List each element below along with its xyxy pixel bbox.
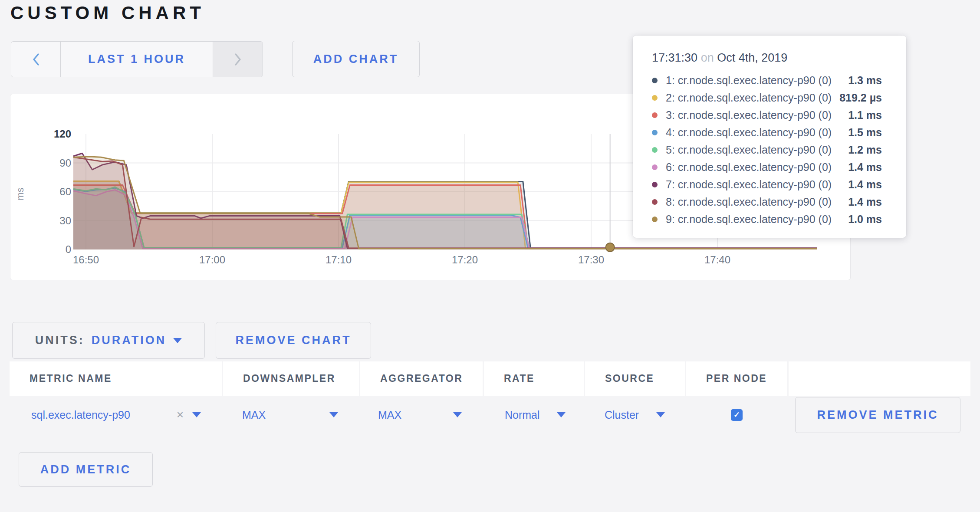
series-value: 1.1 ms xyxy=(848,109,882,121)
column-header-source: SOURCE xyxy=(585,361,685,396)
chevron-down-icon xyxy=(173,338,182,343)
series-label: 3: cr.node.sql.exec.latency-p90 (0) xyxy=(666,109,848,121)
units-dropdown[interactable]: UNITS: DURATION xyxy=(12,322,205,359)
series-value: 1.4 ms xyxy=(848,161,882,174)
page-title: CUSTOM CHART xyxy=(10,3,205,23)
chevron-left-icon xyxy=(33,53,39,66)
y-axis-unit-label: ms xyxy=(15,187,26,200)
chevron-down-icon xyxy=(656,412,665,417)
column-header-rate: RATE xyxy=(484,361,584,396)
clear-metric-x-icon[interactable]: × xyxy=(177,408,184,422)
column-header-per-node: PER NODE xyxy=(686,361,787,396)
x-axis-tick: 16:50 xyxy=(73,254,99,266)
tooltip-series-row: 9: cr.node.sql.exec.latency-p90 (0)1.0 m… xyxy=(652,210,882,228)
chart-hover-line xyxy=(606,134,615,252)
x-axis-tick: 17:10 xyxy=(326,254,352,266)
source-value: Cluster xyxy=(605,409,639,421)
aggregator-value: MAX xyxy=(378,409,401,421)
series-color-dot-icon xyxy=(652,112,658,118)
remove-metric-button[interactable]: REMOVE METRIC xyxy=(795,397,960,433)
x-axis-tick: 17:30 xyxy=(578,254,604,266)
series-color-dot-icon xyxy=(652,164,658,170)
series-label: 4: cr.node.sql.exec.latency-p90 (0) xyxy=(666,126,848,139)
downsampler-value: MAX xyxy=(242,409,266,421)
tooltip-series-row: 7: cr.node.sql.exec.latency-p90 (0)1.4 m… xyxy=(652,176,882,193)
column-header-downsampler: DOWNSAMPLER xyxy=(223,361,359,396)
tooltip-series-row: 3: cr.node.sql.exec.latency-p90 (0)1.1 m… xyxy=(652,106,882,124)
series-color-dot-icon xyxy=(652,182,658,187)
tooltip-series-list: 1: cr.node.sql.exec.latency-p90 (0)1.3 m… xyxy=(652,72,882,228)
column-header-aggregator: AGGREGATOR xyxy=(360,361,483,396)
x-axis-tick: 17:00 xyxy=(199,254,225,266)
chevron-down-icon xyxy=(557,412,566,417)
series-value: 819.2 µs xyxy=(839,92,882,104)
chevron-down-icon xyxy=(329,412,338,417)
tooltip-date: Oct 4th, 2019 xyxy=(717,51,787,64)
series-label: 2: cr.node.sql.exec.latency-p90 (0) xyxy=(666,92,839,104)
y-axis-tick: 0 xyxy=(66,243,71,255)
series-value: 1.0 ms xyxy=(848,213,882,226)
series-value: 1.4 ms xyxy=(848,196,882,208)
per-node-cell: ✓ xyxy=(686,396,787,434)
metric-row: sql.exec.latency-p90 × MAX MAX Normal Cl… xyxy=(10,396,970,434)
tooltip-series-row: 2: cr.node.sql.exec.latency-p90 (0)819.2… xyxy=(652,89,882,106)
time-range-next-button[interactable] xyxy=(213,42,263,77)
time-range-prev-button[interactable] xyxy=(11,42,60,77)
series-label: 5: cr.node.sql.exec.latency-p90 (0) xyxy=(666,144,848,156)
series-label: 1: cr.node.sql.exec.latency-p90 (0) xyxy=(666,74,848,87)
series-label: 6: cr.node.sql.exec.latency-p90 (0) xyxy=(666,161,848,174)
series-label: 9: cr.node.sql.exec.latency-p90 (0) xyxy=(666,213,848,226)
metric-name-value[interactable]: sql.exec.latency-p90 xyxy=(31,409,130,421)
remove-metric-cell: REMOVE METRIC xyxy=(789,396,970,434)
metric-name-cell: sql.exec.latency-p90 × xyxy=(10,396,222,434)
metrics-table: METRIC NAMEDOWNSAMPLERAGGREGATORRATESOUR… xyxy=(10,361,970,434)
per-node-checkbox[interactable]: ✓ xyxy=(731,409,743,421)
y-axis-tick: 90 xyxy=(59,157,71,169)
tooltip-series-row: 8: cr.node.sql.exec.latency-p90 (0)1.4 m… xyxy=(652,193,882,210)
series-color-dot-icon xyxy=(652,95,658,101)
series-color-dot-icon xyxy=(652,217,658,222)
tooltip-conjunction: on xyxy=(701,51,717,64)
metrics-table-header: METRIC NAMEDOWNSAMPLERAGGREGATORRATESOUR… xyxy=(10,361,970,396)
series-label: 8: cr.node.sql.exec.latency-p90 (0) xyxy=(666,196,848,208)
column-header-actions xyxy=(789,361,970,396)
aggregator-dropdown[interactable]: MAX xyxy=(360,396,483,434)
series-color-dot-icon xyxy=(652,147,658,153)
y-axis-tick: 120 xyxy=(54,128,71,140)
series-value: 1.4 ms xyxy=(848,178,882,191)
tooltip-time: 17:31:30 xyxy=(652,51,697,64)
tooltip-series-row: 4: cr.node.sql.exec.latency-p90 (0)1.5 m… xyxy=(652,124,882,141)
series-label: 7: cr.node.sql.exec.latency-p90 (0) xyxy=(666,178,848,191)
time-range-scrubber: LAST 1 HOUR xyxy=(11,41,263,77)
units-value: DURATION xyxy=(92,334,166,347)
units-label: UNITS: xyxy=(35,334,85,347)
series-value: 1.5 ms xyxy=(848,126,882,139)
remove-chart-button[interactable]: REMOVE CHART xyxy=(216,322,371,359)
series-color-dot-icon xyxy=(652,130,658,135)
chevron-down-icon[interactable] xyxy=(192,412,201,417)
series-value: 1.3 ms xyxy=(848,74,882,87)
x-axis-tick: 17:20 xyxy=(452,254,478,266)
x-axis-tick: 17:40 xyxy=(704,254,730,266)
source-dropdown[interactable]: Cluster xyxy=(585,396,685,434)
series-color-dot-icon xyxy=(652,78,658,83)
time-range-label[interactable]: LAST 1 HOUR xyxy=(60,42,213,77)
rate-value: Normal xyxy=(505,409,540,421)
add-metric-button[interactable]: ADD METRIC xyxy=(19,452,153,487)
tooltip-series-row: 5: cr.node.sql.exec.latency-p90 (0)1.2 m… xyxy=(652,141,882,158)
column-header-metric-name: METRIC NAME xyxy=(10,361,222,396)
tooltip-series-row: 1: cr.node.sql.exec.latency-p90 (0)1.3 m… xyxy=(652,72,882,89)
add-chart-button[interactable]: ADD CHART xyxy=(292,41,420,77)
rate-dropdown[interactable]: Normal xyxy=(484,396,584,434)
series-color-dot-icon xyxy=(652,199,658,205)
chart-hover-tooltip: 17:31:30 on Oct 4th, 2019 1: cr.node.sql… xyxy=(633,36,906,238)
tooltip-timestamp: 17:31:30 on Oct 4th, 2019 xyxy=(652,51,882,65)
chevron-right-icon xyxy=(234,53,241,66)
y-axis-tick: 60 xyxy=(59,186,71,197)
chevron-down-icon xyxy=(453,412,462,417)
series-value: 1.2 ms xyxy=(848,144,882,156)
downsampler-dropdown[interactable]: MAX xyxy=(223,396,359,434)
tooltip-series-row: 6: cr.node.sql.exec.latency-p90 (0)1.4 m… xyxy=(652,158,882,176)
y-axis-tick: 30 xyxy=(59,215,71,226)
